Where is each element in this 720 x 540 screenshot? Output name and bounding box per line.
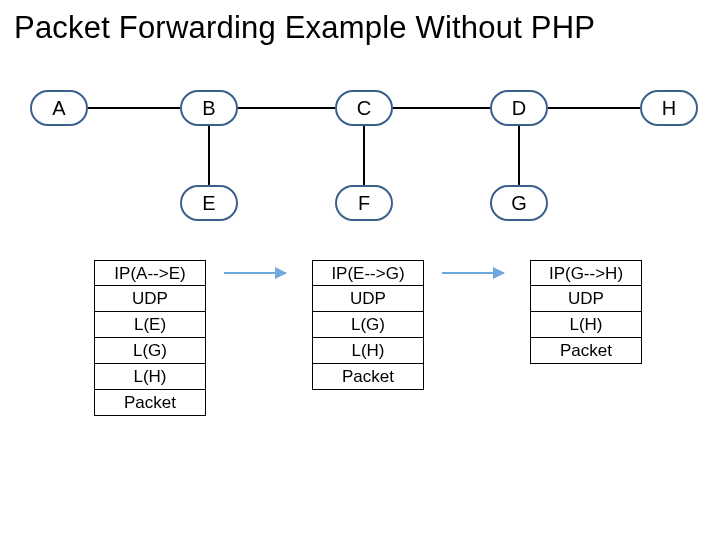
flow-arrow-1 (224, 272, 286, 274)
stack-cell: UDP (94, 286, 206, 312)
node-a: A (30, 90, 88, 126)
stack-cell: L(E) (94, 312, 206, 338)
stack-cell: Packet (312, 364, 424, 390)
stack-cell: L(H) (312, 338, 424, 364)
slide: Packet Forwarding Example Without PHP A … (0, 0, 720, 540)
node-c: C (335, 90, 393, 126)
stack-cell: Packet (94, 390, 206, 416)
edge-a-b (88, 107, 180, 109)
edge-d-g (518, 126, 520, 185)
stack-cell: IP(A-->E) (94, 260, 206, 286)
edge-d-h (548, 107, 640, 109)
node-b: B (180, 90, 238, 126)
packet-stack-1: IP(A-->E) UDP L(E) L(G) L(H) Packet (94, 260, 206, 416)
packet-stack-3: IP(G-->H) UDP L(H) Packet (530, 260, 642, 364)
node-d: D (490, 90, 548, 126)
stack-cell: UDP (530, 286, 642, 312)
node-h: H (640, 90, 698, 126)
stack-cell: L(G) (94, 338, 206, 364)
page-title: Packet Forwarding Example Without PHP (14, 10, 595, 46)
stack-cell: IP(E-->G) (312, 260, 424, 286)
flow-arrow-2 (442, 272, 504, 274)
node-e: E (180, 185, 238, 221)
stack-cell: L(H) (530, 312, 642, 338)
stack-cell: IP(G-->H) (530, 260, 642, 286)
edge-c-d (393, 107, 490, 109)
edge-c-f (363, 126, 365, 185)
node-g: G (490, 185, 548, 221)
stack-cell: Packet (530, 338, 642, 364)
packet-stack-2: IP(E-->G) UDP L(G) L(H) Packet (312, 260, 424, 390)
edge-b-c (238, 107, 335, 109)
stack-cell: L(G) (312, 312, 424, 338)
node-f: F (335, 185, 393, 221)
edge-b-e (208, 126, 210, 185)
stack-cell: UDP (312, 286, 424, 312)
stack-cell: L(H) (94, 364, 206, 390)
